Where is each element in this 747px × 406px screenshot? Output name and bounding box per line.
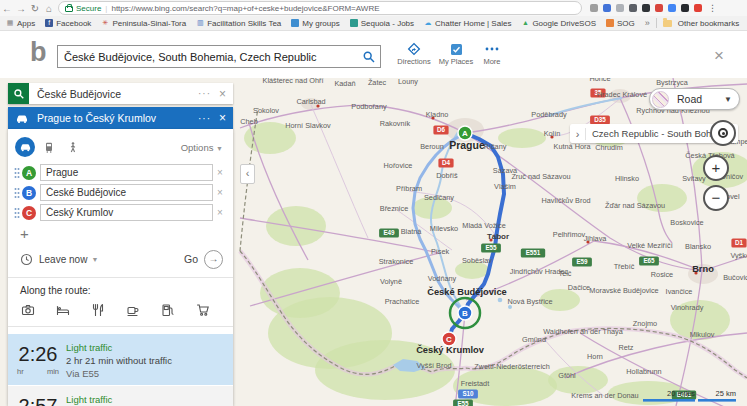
remove-waypoint-icon[interactable]: × xyxy=(213,187,227,198)
locate-me-button[interactable] xyxy=(710,120,736,146)
extension-icon-4[interactable] xyxy=(629,4,637,12)
go-label[interactable]: Go xyxy=(184,253,198,265)
map-style-thumbnail xyxy=(652,91,669,108)
home-icon[interactable]: ⌂ xyxy=(42,3,56,14)
route-duration-note: 2 hr 21 min without traffic xyxy=(66,355,227,366)
transit-mode-tab[interactable] xyxy=(39,137,59,157)
shopping-icon[interactable] xyxy=(196,303,210,317)
extension-icon-7[interactable] xyxy=(668,4,676,12)
leave-now-dropdown[interactable]: Leave now xyxy=(39,254,87,265)
restaurant-icon[interactable] xyxy=(91,303,105,317)
more-options-icon[interactable]: ··· xyxy=(198,88,211,99)
go-button[interactable]: → xyxy=(204,250,223,269)
map-label-chrudim: Chrudim xyxy=(595,143,623,152)
remove-waypoint-icon[interactable]: × xyxy=(213,207,227,218)
bookmark-google-drivesos[interactable]: ▲Google DriveSOS xyxy=(521,19,596,28)
chevron-down-icon: ▼ xyxy=(724,95,732,104)
map-label-beroun: Beroun xyxy=(420,142,444,151)
extension-icon-8[interactable] xyxy=(681,4,689,12)
route-marker-a[interactable]: A xyxy=(458,126,472,140)
bookmark-facebook[interactable]: fFacebook xyxy=(45,19,91,28)
extension-icon-1[interactable] xyxy=(590,4,598,12)
route-option-1[interactable]: 2:26hrminLight traffic2 hr 21 min withou… xyxy=(8,334,233,385)
map-label-horn-slavkov: Horní Slavkov xyxy=(285,121,331,130)
directions-card-header: Prague to Český Krumlov ··· × xyxy=(8,107,233,129)
more-options-icon[interactable]: ··· xyxy=(198,113,211,124)
close-icon[interactable]: × xyxy=(714,47,724,64)
breadcrumb-expand-icon[interactable]: › xyxy=(570,128,586,140)
bookmark-sequoia-jobs[interactable]: Sequoia - Jobs xyxy=(350,19,414,28)
bookmarks-overflow-icon[interactable]: » xyxy=(645,18,650,28)
extension-icon-3[interactable] xyxy=(616,4,624,12)
browser-menu-icon[interactable]: ⋮ xyxy=(708,3,717,13)
extension-icon-5[interactable] xyxy=(642,4,650,12)
bookmark-sog[interactable]: SOG xyxy=(606,19,635,28)
drive-mode-tab[interactable] xyxy=(15,137,35,157)
map-label-sedl-any: Sedlčany xyxy=(424,193,454,202)
zoom-out-button[interactable]: − xyxy=(703,185,729,211)
bookmark-peninsula-sinai-tora[interactable]: ✳Peninsula-Sinai-Tora xyxy=(101,19,186,28)
waypoint-input-b[interactable] xyxy=(40,184,213,201)
forward-icon[interactable]: → xyxy=(14,3,28,14)
map-style-dropdown[interactable]: Road ▼ xyxy=(649,88,740,110)
bing-logo[interactable]: b xyxy=(30,39,47,66)
svg-text:E49: E49 xyxy=(383,229,395,236)
map-label-svitavy: Svitavy xyxy=(682,174,706,183)
drag-handle-icon[interactable] xyxy=(12,187,22,199)
bookmark-label: Google DriveSOS xyxy=(532,19,596,28)
coffee-icon[interactable] xyxy=(126,303,140,317)
waypoint-input-c[interactable] xyxy=(40,204,213,221)
extension-icon-9[interactable] xyxy=(694,4,702,12)
map-label-podbo-any: Podbořany xyxy=(351,102,387,111)
close-icon[interactable]: × xyxy=(219,111,226,125)
options-button[interactable]: Options ▼ xyxy=(181,142,223,153)
bookmark-my-groups[interactable]: My groups xyxy=(291,19,339,28)
lock-icon xyxy=(65,6,73,12)
refresh-icon[interactable]: ↻ xyxy=(28,3,42,14)
map-label-da-ice: Dačice xyxy=(568,283,590,292)
map-label-atec: Žatec xyxy=(368,78,387,87)
walk-mode-tab[interactable] xyxy=(63,137,83,157)
fuel-icon[interactable] xyxy=(161,303,175,317)
directions-button[interactable]: Directions xyxy=(392,42,436,66)
address-bar[interactable]: Secure | https://www.bing.com/search?q=m… xyxy=(58,1,582,15)
map-label-ivan-ice: Ivančice xyxy=(666,287,693,296)
bookmarks-divider xyxy=(656,18,657,28)
route-marker-c[interactable]: C xyxy=(442,332,456,346)
bookmark-facilitation-skills-tea[interactable]: ▥Facilitation Skills Tea xyxy=(196,19,281,28)
drag-handle-icon[interactable] xyxy=(12,167,22,179)
car-icon xyxy=(14,112,30,125)
road-shield-d4: D4 xyxy=(438,159,453,168)
remove-waypoint-icon[interactable]: × xyxy=(213,167,227,178)
more-button[interactable]: More xyxy=(470,42,514,66)
map-label-any: Říčany xyxy=(484,142,507,151)
add-stop-button[interactable]: + xyxy=(20,227,34,241)
map-label-r-nad-s-zavou: Žďár nad Sázavou xyxy=(605,201,665,210)
hotel-icon[interactable] xyxy=(56,303,70,317)
panel-collapse-button[interactable]: ‹ xyxy=(240,164,255,184)
directions-icon xyxy=(392,42,436,56)
departure-row: Leave now ▼ Go → xyxy=(20,249,223,269)
close-icon[interactable]: × xyxy=(219,87,226,101)
bookmark-apps[interactable]: ▦Apps xyxy=(6,19,35,28)
map-label-kutn-hora: Kutná Hora xyxy=(554,142,592,151)
route-option-2[interactable]: 2:57hrminLight traffic2 hr 48 min withou… xyxy=(8,386,233,406)
waypoint-input-a[interactable] xyxy=(40,164,213,181)
map-label-havl-k-v-brod: Havlíčkův Brod xyxy=(541,196,590,205)
map-label-hollabrunn: Hollabrunn xyxy=(626,367,661,376)
back-icon[interactable]: ← xyxy=(0,3,14,14)
search-icon[interactable] xyxy=(358,46,380,67)
map-label-bu-ovice: Bučovice xyxy=(723,273,747,282)
map-search-input[interactable] xyxy=(58,51,358,63)
zoom-in-button[interactable]: + xyxy=(703,155,729,181)
drive-icon: ▲ xyxy=(521,19,529,27)
camera-icon[interactable] xyxy=(21,303,35,317)
bookmark-chatter-home-sales[interactable]: ☁Chatter Home | Sales xyxy=(424,19,511,28)
other-bookmarks-label[interactable]: Other bookmarks xyxy=(678,19,739,28)
drag-handle-icon[interactable] xyxy=(12,207,22,219)
extension-icon-6[interactable] xyxy=(655,4,663,12)
extension-icon-2[interactable] xyxy=(603,4,611,12)
bus-icon xyxy=(43,141,55,154)
map-label-vla-im: Vlašim xyxy=(494,182,516,191)
map-label-ho-ice: Hořice xyxy=(589,78,610,83)
